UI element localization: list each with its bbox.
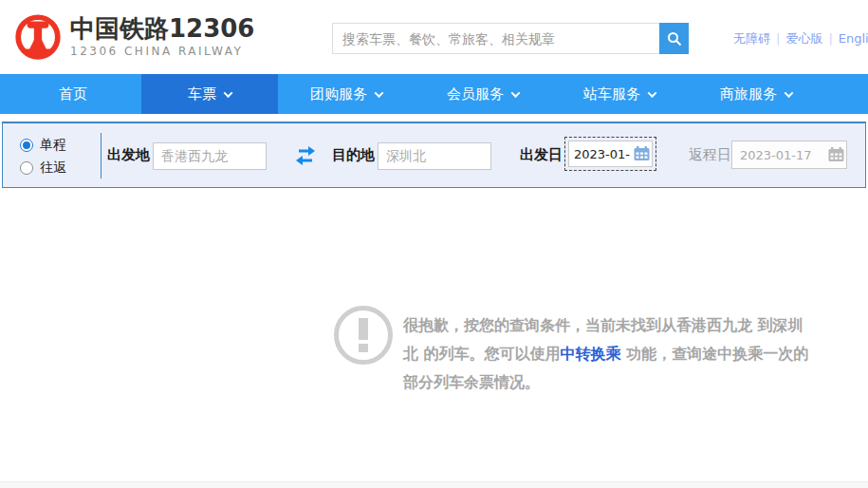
depart-date-field-focused <box>564 137 656 171</box>
chevron-down-icon <box>511 88 521 98</box>
round-trip-radio[interactable]: 往返 <box>20 157 66 179</box>
logo-text: 中国铁路12306 12306 CHINA RAILWAY <box>70 14 254 58</box>
chevron-down-icon <box>224 88 233 98</box>
link-separator: | <box>776 31 780 46</box>
site-subtitle: 12306 CHINA RAILWAY <box>70 45 254 58</box>
radio-selected-icon <box>20 139 33 152</box>
from-station-input[interactable] <box>153 142 267 170</box>
nav-item-label: 首页 <box>59 85 87 103</box>
return-calendar-button <box>825 147 846 162</box>
search-icon <box>667 31 682 47</box>
to-station-input[interactable] <box>378 142 491 170</box>
chevron-down-icon <box>785 88 794 98</box>
header-links: 无障碍|爱心版|English <box>733 30 868 47</box>
site-title: 中国铁路12306 <box>70 14 254 43</box>
nav-item-station-services[interactable]: 站车服务 <box>551 74 688 114</box>
return-date-label: 返程日 <box>689 146 731 164</box>
chevron-down-icon <box>648 88 657 98</box>
header: 中国铁路12306 12306 CHINA RAILWAY 无障碍|爱心版|En… <box>0 0 868 74</box>
radio-unselected-icon <box>20 161 33 175</box>
depart-date-label: 出发日 <box>520 146 563 164</box>
nav-item-label: 车票 <box>188 85 216 103</box>
return-date-field-disabled <box>731 141 847 169</box>
footer-strip <box>0 481 868 488</box>
nav-item-label: 团购服务 <box>310 85 367 103</box>
nav-item-label: 站车服务 <box>583 85 640 103</box>
transfer-link[interactable]: 中转换乘 <box>561 345 621 363</box>
search-button[interactable] <box>659 23 689 54</box>
return-date-input <box>732 148 825 162</box>
one-way-label: 单程 <box>40 137 66 154</box>
nav-item-group-services[interactable]: 团购服务 <box>278 74 415 114</box>
nav-item-business-travel[interactable]: 商旅服务 <box>688 74 824 114</box>
calendar-icon <box>634 146 650 161</box>
link-separator: | <box>828 31 832 46</box>
vertical-divider <box>101 133 102 178</box>
search-input[interactable] <box>332 23 659 54</box>
calendar-icon-gray <box>828 147 844 162</box>
depart-calendar-button[interactable] <box>631 146 652 161</box>
nav-item-tickets[interactable]: 车票 <box>141 74 278 114</box>
trip-type-group: 单程 往返 <box>20 134 66 179</box>
nav-item-label: 会员服务 <box>447 85 504 103</box>
one-way-radio[interactable]: 单程 <box>20 134 66 157</box>
nav-item-label: 商旅服务 <box>720 85 777 103</box>
depart-date-input[interactable] <box>569 147 631 161</box>
to-label: 目的地 <box>332 146 375 164</box>
china-railway-logo-icon <box>13 11 63 61</box>
chevron-down-icon <box>375 88 384 98</box>
warning-exclamation-icon <box>334 306 393 365</box>
no-trains-message: 很抱歉，按您的查询条件，当前未找到从香港西九龙 到深圳北 的列车。您可以使用中转… <box>403 311 809 397</box>
ticket-query-bar: 单程 往返 出发地 目的地 出发日 <box>2 122 866 188</box>
logo[interactable]: 中国铁路12306 12306 CHINA RAILWAY <box>13 11 254 61</box>
page: 中国铁路12306 12306 CHINA RAILWAY 无障碍|爱心版|En… <box>0 0 868 488</box>
care-version-link[interactable]: 爱心版 <box>785 31 822 46</box>
nav-item-home[interactable]: 首页 <box>5 74 141 114</box>
accessibility-link[interactable]: 无障碍 <box>733 31 770 46</box>
swap-stations-icon[interactable] <box>293 145 318 166</box>
round-trip-label: 往返 <box>40 160 66 177</box>
nav-item-member-services[interactable]: 会员服务 <box>415 74 551 114</box>
search-bar <box>332 23 689 54</box>
from-label: 出发地 <box>107 146 150 164</box>
main-nav: 首页 车票 团购服务 会员服务 站车服务 商旅服务 <box>0 74 868 114</box>
english-link[interactable]: English <box>839 31 868 46</box>
